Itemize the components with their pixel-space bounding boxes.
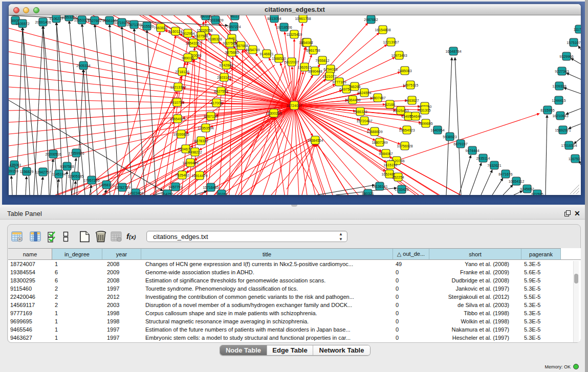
- svg-text:16914479: 16914479: [191, 174, 207, 178]
- svg-text:120761: 120761: [215, 192, 227, 195]
- svg-text:154081: 154081: [301, 41, 313, 45]
- svg-text:754644: 754644: [409, 115, 421, 118]
- svg-text:10807487: 10807487: [369, 96, 385, 100]
- svg-text:16033809: 16033809: [207, 18, 223, 22]
- svg-text:1362615: 1362615: [297, 65, 311, 69]
- svg-text:2935114: 2935114: [476, 157, 490, 160]
- svg-text:12975115: 12975115: [403, 83, 419, 87]
- svg-text:17016504: 17016504: [561, 144, 577, 147]
- svg-text:17359926: 17359926: [68, 151, 84, 155]
- svg-text:1527602: 1527602: [88, 19, 101, 23]
- svg-text:10961758: 10961758: [295, 17, 311, 20]
- svg-text:9327506: 9327506: [194, 34, 208, 38]
- svg-text:2803144: 2803144: [217, 76, 231, 79]
- svg-text:12213382: 12213382: [170, 85, 186, 89]
- svg-text:7955812: 7955812: [315, 59, 329, 62]
- svg-text:989013: 989013: [182, 56, 193, 60]
- svg-text:1588520: 1588520: [272, 57, 286, 60]
- svg-text:2718120: 2718120: [175, 70, 189, 74]
- svg-text:19654923: 19654923: [399, 128, 415, 132]
- svg-text:6879197: 6879197: [453, 142, 467, 146]
- svg-text:8990448: 8990448: [308, 70, 322, 73]
- svg-text:15720407: 15720407: [356, 119, 372, 123]
- svg-text:9146821: 9146821: [259, 52, 273, 56]
- svg-text:9457791: 9457791: [168, 185, 182, 189]
- svg-text:417006: 417006: [210, 101, 222, 105]
- svg-text:62160: 62160: [385, 103, 395, 106]
- svg-text:3912954: 3912954: [181, 32, 194, 35]
- svg-text:821595: 821595: [531, 192, 543, 195]
- svg-text:12905185: 12905185: [68, 174, 83, 178]
- svg-text:7663822: 7663822: [154, 26, 167, 30]
- svg-text:8215955: 8215955: [540, 108, 554, 112]
- svg-text:1209338: 1209338: [552, 84, 566, 88]
- svg-text:7632621: 7632621: [487, 164, 501, 167]
- svg-text:1145194: 1145194: [52, 172, 66, 176]
- svg-text:1010755: 1010755: [170, 101, 184, 104]
- svg-text:7625402: 7625402: [175, 173, 189, 177]
- svg-text:7857224: 7857224: [227, 25, 241, 29]
- svg-text:16154808: 16154808: [375, 28, 390, 32]
- svg-text:11325419: 11325419: [287, 33, 302, 36]
- svg-text:1621072: 1621072: [322, 75, 336, 78]
- svg-text:1615152: 1615152: [383, 163, 397, 167]
- svg-text:880321: 880321: [362, 192, 374, 195]
- svg-text:2867608: 2867608: [234, 44, 248, 48]
- svg-text:7986322: 7986322: [353, 110, 367, 114]
- svg-text:8454749: 8454749: [246, 48, 259, 52]
- svg-text:9463627: 9463627: [405, 99, 419, 102]
- svg-text:8878332: 8878332: [194, 139, 208, 143]
- svg-text:19384554: 19384554: [307, 139, 323, 142]
- svg-text:9474444: 9474444: [465, 149, 479, 152]
- svg-text:5938923: 5938923: [443, 135, 456, 139]
- svg-text:9397588: 9397588: [60, 165, 74, 168]
- svg-text:746266: 746266: [349, 85, 360, 89]
- svg-text:12923466: 12923466: [127, 191, 143, 195]
- svg-text:8186328: 8186328: [208, 37, 222, 41]
- svg-text:3875685: 3875685: [225, 51, 238, 54]
- svg-text:914257: 914257: [161, 192, 173, 195]
- svg-text:252254: 252254: [392, 176, 404, 179]
- svg-text:15692971: 15692971: [555, 128, 571, 132]
- svg-text:19166825: 19166825: [173, 133, 189, 136]
- svg-text:10973493: 10973493: [391, 54, 407, 57]
- svg-text:16782759: 16782759: [114, 186, 130, 189]
- svg-text:10756928: 10756928: [397, 144, 412, 148]
- svg-text:18724007: 18724007: [286, 104, 302, 107]
- svg-text:1733426: 1733426: [395, 188, 408, 191]
- svg-text:2905334: 2905334: [76, 64, 90, 68]
- svg-text:14136141: 14136141: [372, 185, 387, 188]
- svg-text:1405572: 1405572: [15, 22, 29, 26]
- svg-text:6794028: 6794028: [323, 68, 337, 71]
- svg-text:16543362: 16543362: [185, 41, 201, 45]
- svg-text:7485083: 7485083: [398, 69, 411, 73]
- svg-text:831305: 831305: [419, 108, 430, 112]
- svg-text:1435061: 1435061: [9, 163, 21, 167]
- svg-text:1156829: 1156829: [20, 170, 34, 173]
- svg-text:21364436: 21364436: [344, 98, 360, 102]
- svg-text:16210643: 16210643: [552, 114, 568, 118]
- svg-text:12213967: 12213967: [383, 40, 399, 44]
- svg-text:7515526: 7515526: [140, 25, 154, 28]
- svg-text:3624554: 3624554: [357, 91, 371, 95]
- svg-text:1575107: 1575107: [567, 41, 580, 45]
- svg-text:17957255: 17957255: [83, 179, 99, 182]
- svg-text:12353594: 12353594: [198, 126, 213, 130]
- svg-text:8427552: 8427552: [214, 90, 228, 93]
- svg-text:18807249: 18807249: [372, 141, 387, 144]
- svg-text:10654112: 10654112: [509, 180, 525, 183]
- svg-text:20691406: 20691406: [35, 20, 51, 24]
- svg-text:96117: 96117: [230, 15, 240, 18]
- svg-text:5822037: 5822037: [285, 60, 298, 64]
- svg-text:160338: 160338: [200, 15, 211, 18]
- svg-text:16648784: 16648784: [445, 50, 461, 53]
- svg-text:19654925: 19654925: [169, 117, 185, 121]
- svg-text:1640954: 1640954: [430, 128, 444, 132]
- svg-text:10958107: 10958107: [98, 183, 114, 187]
- svg-text:8813054: 8813054: [267, 17, 281, 20]
- svg-text:8267130: 8267130: [204, 115, 217, 118]
- svg-text:111702: 111702: [574, 28, 581, 31]
- svg-text:20206516: 20206516: [45, 152, 61, 156]
- svg-text:10688609: 10688609: [366, 130, 382, 134]
- svg-text:19218506: 19218506: [276, 26, 292, 29]
